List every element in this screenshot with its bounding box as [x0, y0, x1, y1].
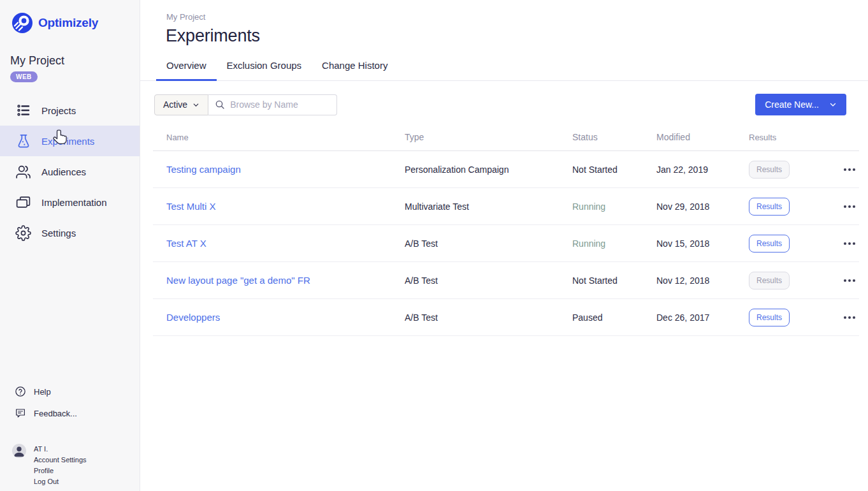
audiences-icon	[15, 163, 32, 180]
feedback-label: Feedback...	[34, 409, 77, 418]
brand-name: Optimizely	[38, 16, 98, 30]
search-input[interactable]	[230, 99, 326, 110]
toolbar: Active Create New...	[154, 94, 846, 115]
row-menu-button[interactable]	[841, 165, 858, 175]
results-button[interactable]: Results	[749, 198, 790, 216]
experiment-name-link[interactable]: Testing campaign	[166, 164, 241, 175]
sidebar-item-experiments[interactable]: Experiments	[0, 126, 140, 156]
experiment-status: Not Started	[572, 275, 656, 286]
sidebar-item-implementation[interactable]: Implementation	[0, 187, 140, 217]
project-name: My Project	[10, 54, 140, 68]
page-title: Experiments	[166, 26, 868, 46]
sidebar-nav: Projects Experiments	[0, 95, 140, 248]
logout-link[interactable]: Log Out	[34, 476, 87, 487]
sidebar-item-label: Settings	[41, 228, 76, 238]
status-filter-value: Active	[163, 99, 187, 110]
results-button[interactable]: Results	[749, 272, 790, 289]
create-new-button[interactable]: Create New...	[755, 94, 846, 115]
chevron-down-icon	[192, 101, 199, 108]
help-label: Help	[34, 387, 51, 397]
experiment-name-link[interactable]: New layout page "get a demo" FR	[166, 275, 310, 286]
breadcrumb: My Project	[166, 12, 868, 22]
feedback-icon	[15, 407, 26, 419]
experiment-modified: Nov 12, 2018	[656, 275, 749, 286]
results-button[interactable]: Results	[749, 235, 790, 253]
row-menu-button[interactable]	[841, 312, 858, 323]
col-header-modified: Modified	[656, 132, 749, 142]
experiment-type: Multivariate Test	[405, 202, 572, 212]
experiment-modified: Dec 26, 2017	[656, 312, 749, 323]
sidebar-item-label: Audiences	[41, 166, 86, 177]
experiments-table: Name Type Status Modified Results Testin…	[153, 132, 859, 336]
account-settings-link[interactable]: Account Settings	[34, 455, 87, 465]
table-row: Developpers A/B Test Paused Dec 26, 2017…	[153, 299, 859, 336]
experiment-modified: Nov 15, 2018	[656, 238, 749, 249]
sidebar-item-projects[interactable]: Projects	[0, 95, 140, 126]
table-row: Testing campaign Personalization Campaig…	[153, 151, 859, 188]
experiment-status: Running	[572, 238, 656, 249]
experiment-modified: Nov 29, 2018	[656, 202, 749, 212]
table-row: Test Multi X Multivariate Test Running N…	[153, 188, 859, 225]
tab-change-history[interactable]: Change History	[312, 60, 398, 81]
experiment-name-link[interactable]: Test Multi X	[166, 201, 216, 212]
experiment-modified: Jan 22, 2019	[656, 165, 749, 175]
search-box	[208, 94, 337, 115]
experiment-type: A/B Test	[405, 238, 572, 249]
experiment-type: A/B Test	[405, 312, 572, 323]
profile-link[interactable]: Profile	[34, 465, 87, 476]
experiment-status: Not Started	[572, 165, 656, 175]
ellipsis-icon	[844, 279, 846, 282]
sidebar-item-label: Implementation	[41, 197, 107, 208]
experiment-name-link[interactable]: Test AT X	[166, 238, 206, 249]
table-header: Name Type Status Modified Results	[153, 132, 859, 151]
tab-overview[interactable]: Overview	[156, 60, 217, 81]
help-link[interactable]: Help	[0, 381, 140, 402]
sidebar-item-label: Experiments	[41, 136, 94, 147]
experiment-name-link[interactable]: Developpers	[166, 312, 220, 323]
experiment-type: Personalization Campaign	[405, 165, 572, 175]
sidebar-item-audiences[interactable]: Audiences	[0, 156, 140, 187]
user-block: AT I. Account Settings Profile Log Out	[0, 444, 140, 487]
results-button[interactable]: Results	[749, 309, 790, 326]
help-icon	[15, 386, 26, 397]
experiment-type: A/B Test	[405, 275, 572, 286]
brand-logo[interactable]: Optimizely	[12, 13, 140, 33]
sidebar: Optimizely My Project WEB Projects	[0, 0, 140, 491]
sidebar-item-label: Projects	[41, 105, 76, 116]
ellipsis-icon	[844, 205, 846, 208]
settings-icon	[15, 224, 32, 242]
create-new-label: Create New...	[765, 99, 819, 110]
tab-bar: Overview Exclusion Groups Change History	[140, 60, 868, 81]
optimizely-app: Optimizely My Project WEB Projects	[0, 0, 868, 491]
user-name: AT I.	[34, 444, 87, 455]
avatar[interactable]	[12, 444, 26, 458]
experiments-icon	[15, 133, 32, 150]
optimizely-logo-icon	[12, 13, 33, 33]
experiment-status: Paused	[572, 312, 656, 323]
results-button[interactable]: Results	[749, 161, 790, 179]
implementation-icon	[15, 194, 32, 211]
project-type-badge: WEB	[10, 71, 38, 82]
ellipsis-icon	[844, 242, 846, 245]
row-menu-button[interactable]	[841, 202, 858, 212]
tab-exclusion-groups[interactable]: Exclusion Groups	[217, 60, 312, 81]
feedback-link[interactable]: Feedback...	[0, 402, 140, 424]
chevron-down-icon	[829, 101, 837, 108]
projects-icon	[15, 102, 32, 119]
col-header-results: Results	[749, 133, 832, 142]
sidebar-footer: Help Feedback...	[0, 381, 140, 487]
col-header-name: Name	[153, 133, 405, 142]
row-menu-button[interactable]	[841, 275, 858, 286]
ellipsis-icon	[844, 316, 846, 319]
col-header-type: Type	[405, 132, 572, 142]
search-icon	[215, 99, 225, 110]
col-header-status: Status	[572, 132, 656, 142]
table-body: Testing campaign Personalization Campaig…	[153, 151, 859, 336]
main-content: My Project Experiments Overview Exclusio…	[140, 0, 868, 491]
table-row: Test AT X A/B Test Running Nov 15, 2018 …	[153, 225, 859, 262]
ellipsis-icon	[844, 168, 846, 171]
sidebar-item-settings[interactable]: Settings	[0, 217, 140, 248]
row-menu-button[interactable]	[841, 238, 858, 249]
status-filter-dropdown[interactable]: Active	[154, 94, 208, 115]
experiment-status: Running	[572, 202, 656, 212]
